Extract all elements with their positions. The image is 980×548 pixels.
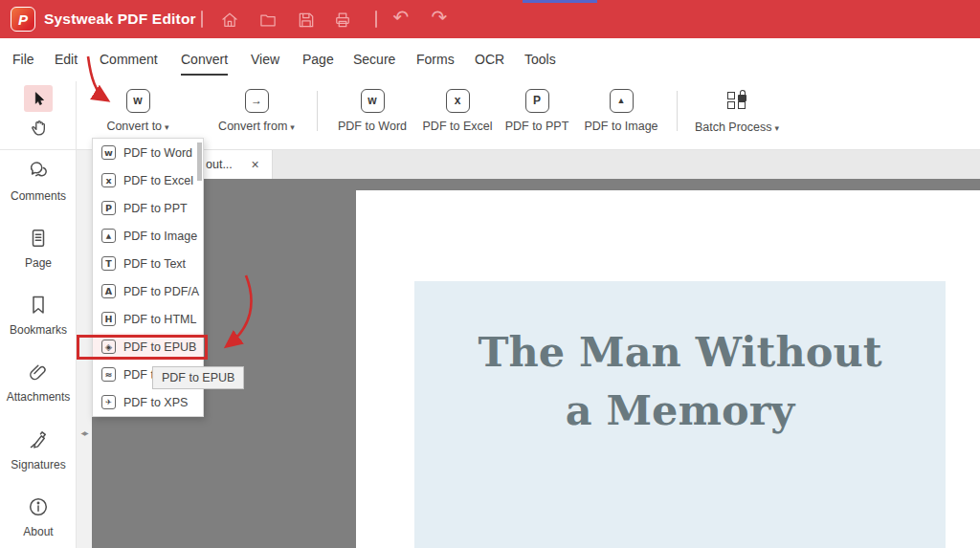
pdf-to-ppt-label: PDF to PPT bbox=[501, 120, 572, 133]
convert-from-label: Convert from bbox=[218, 120, 287, 133]
word-doc-icon: w bbox=[361, 89, 385, 113]
tooltip: PDF to EPUB bbox=[152, 366, 244, 389]
info-icon bbox=[27, 495, 50, 518]
dropdown-item-pdf-to-html[interactable]: H PDF to HTML bbox=[93, 305, 203, 333]
home-button[interactable] bbox=[218, 9, 241, 32]
document-tab-label: out... bbox=[206, 150, 233, 179]
dropdown-item-pdf-to-ppt[interactable]: P PDF to PPT bbox=[93, 194, 203, 222]
convert-to-button[interactable]: w Convert to▾ bbox=[95, 89, 181, 133]
sidebar-item-comments[interactable]: Comments bbox=[0, 160, 77, 203]
excel-file-icon: x bbox=[101, 173, 116, 187]
signature-pen-icon bbox=[27, 428, 50, 451]
sidebar-item-page[interactable]: Page bbox=[0, 227, 77, 270]
page-icon bbox=[27, 227, 50, 250]
sidebar-tools bbox=[0, 81, 76, 150]
sidebar-item-signatures[interactable]: Signatures bbox=[0, 428, 77, 471]
titlebar-divider bbox=[201, 11, 203, 28]
panel-resize-handle[interactable]: ◀▶ bbox=[77, 429, 92, 436]
batch-process-button[interactable]: Batch Process▾ bbox=[691, 89, 783, 134]
pdf-to-excel-button[interactable]: x PDF to Excel bbox=[418, 89, 497, 133]
app-window: P Systweak PDF Editor bbox=[0, 0, 980, 548]
convert-from-doc-icon: → bbox=[245, 89, 269, 113]
menu-ocr[interactable]: OCR bbox=[475, 52, 504, 74]
scrollbar-thumb[interactable] bbox=[197, 142, 202, 181]
print-button[interactable] bbox=[331, 9, 354, 32]
text-file-icon: T bbox=[101, 256, 116, 271]
menu-page[interactable]: Page bbox=[302, 52, 334, 74]
menu-comment[interactable]: Comment bbox=[100, 52, 158, 74]
pdf-to-excel-label: PDF to Excel bbox=[418, 120, 497, 133]
home-icon bbox=[220, 11, 239, 30]
pdf-to-ppt-button[interactable]: P PDF to PPT bbox=[501, 89, 572, 133]
save-button[interactable] bbox=[295, 9, 318, 32]
pdfa-file-icon: A bbox=[101, 284, 116, 298]
tabbar: out... × bbox=[92, 150, 980, 179]
titlebar: P Systweak PDF Editor bbox=[0, 0, 980, 38]
logo-letter: P bbox=[18, 11, 28, 28]
image-doc-icon: ▲ bbox=[610, 89, 634, 113]
pdf-to-word-label: PDF to Word bbox=[334, 120, 411, 133]
app-logo: P bbox=[11, 7, 35, 32]
sidebar: Comments Page Bookmarks Attachments bbox=[0, 81, 77, 548]
toolbar-divider bbox=[677, 91, 678, 131]
undo-icon: ↶ bbox=[393, 6, 410, 29]
rtf-file-icon: ≈ bbox=[101, 367, 116, 382]
titlebar-divider bbox=[375, 11, 377, 28]
menu-tools[interactable]: Tools bbox=[524, 52, 556, 74]
excel-doc-icon: x bbox=[446, 89, 470, 113]
sidebar-item-bookmarks[interactable]: Bookmarks bbox=[0, 294, 77, 337]
dropdown-item-pdf-to-xps[interactable]: ✈ PDF to XPS bbox=[93, 388, 203, 416]
open-file-button[interactable] bbox=[256, 9, 279, 32]
dropdown-item-pdf-to-text[interactable]: T PDF to Text bbox=[93, 250, 203, 277]
chevron-down-icon: ▾ bbox=[290, 122, 295, 132]
close-icon: × bbox=[251, 157, 258, 172]
ppt-file-icon: P bbox=[101, 201, 116, 215]
pdf-to-image-button[interactable]: ▲ PDF to Image bbox=[580, 89, 662, 133]
document-title: The Man Without a Memory bbox=[414, 281, 946, 440]
image-file-icon: ▲ bbox=[101, 229, 116, 243]
convert-to-word-doc-icon: w bbox=[126, 89, 150, 113]
dropdown-item-pdf-to-excel[interactable]: x PDF to Excel bbox=[93, 166, 203, 194]
html-file-icon: H bbox=[101, 312, 116, 326]
batch-process-label: Batch Process bbox=[695, 121, 772, 134]
folder-icon bbox=[258, 11, 278, 30]
menu-view[interactable]: View bbox=[251, 52, 279, 74]
document-viewport: The Man Without a Memory bbox=[92, 179, 980, 548]
undo-button[interactable]: ↶ bbox=[389, 5, 413, 30]
word-file-icon: w bbox=[101, 145, 116, 160]
epub-highlight-box bbox=[77, 335, 208, 360]
dropdown-item-pdf-to-pdfa[interactable]: A PDF to PDF/A bbox=[93, 277, 203, 305]
menu-forms[interactable]: Forms bbox=[416, 52, 455, 74]
menu-file[interactable]: File bbox=[12, 52, 34, 74]
paperclip-icon bbox=[27, 361, 50, 384]
comments-icon bbox=[27, 160, 50, 183]
cursor-icon bbox=[30, 90, 48, 108]
redo-button[interactable]: ↷ bbox=[427, 5, 452, 30]
dropdown-item-pdf-to-word[interactable]: w PDF to Word bbox=[93, 139, 203, 166]
bookmark-icon bbox=[27, 294, 50, 317]
menu-edit[interactable]: Edit bbox=[55, 52, 78, 74]
sidebar-item-attachments[interactable]: Attachments bbox=[0, 361, 77, 404]
tab-close-button[interactable]: × bbox=[245, 154, 265, 174]
dropdown-item-pdf-to-image[interactable]: ▲ PDF to Image bbox=[93, 222, 203, 250]
pdf-to-word-button[interactable]: w PDF to Word bbox=[334, 89, 411, 133]
xps-file-icon: ✈ bbox=[101, 395, 116, 409]
chevron-down-icon: ▾ bbox=[165, 122, 169, 132]
hand-tool-button[interactable] bbox=[27, 117, 52, 142]
convert-to-label: Convert to bbox=[106, 120, 162, 133]
hand-icon bbox=[29, 118, 50, 139]
toolbar-divider bbox=[317, 91, 318, 131]
menubar: File Edit Comment Convert View Page Secu… bbox=[0, 38, 980, 81]
batch-process-icon bbox=[726, 89, 747, 110]
redo-icon: ↷ bbox=[432, 6, 448, 29]
save-icon bbox=[297, 11, 316, 30]
convert-from-button[interactable]: → Convert from▾ bbox=[207, 89, 306, 133]
menu-convert[interactable]: Convert bbox=[181, 52, 228, 76]
sidebar-item-about[interactable]: About bbox=[0, 495, 77, 538]
chevron-down-icon: ▾ bbox=[775, 123, 780, 133]
app-title: Systweak PDF Editor bbox=[44, 11, 196, 28]
cover-block: The Man Without a Memory bbox=[414, 281, 946, 548]
ppt-doc-icon: P bbox=[525, 89, 549, 113]
menu-secure[interactable]: Secure bbox=[353, 52, 395, 74]
select-tool-button[interactable] bbox=[24, 85, 53, 112]
